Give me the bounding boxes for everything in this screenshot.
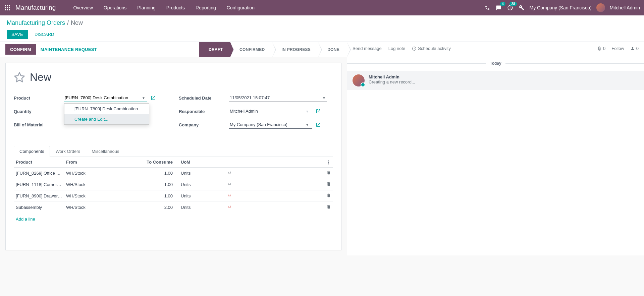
cell-from[interactable]: WH/Stock	[64, 202, 141, 213]
cell-delete[interactable]	[324, 179, 333, 190]
followers-count[interactable]: 0	[630, 46, 639, 51]
cell-to-consume[interactable]: 1.00	[141, 190, 175, 202]
apps-icon[interactable]	[4, 4, 11, 11]
cell-uom[interactable]: Units	[175, 190, 225, 202]
dropdown-option[interactable]: [FURN_7800] Desk Combination	[64, 104, 149, 114]
svg-rect-4	[7, 7, 8, 8]
cell-product[interactable]: Subassembly	[14, 202, 64, 213]
cell-from[interactable]: WH/Stock	[64, 179, 141, 190]
save-button[interactable]: Save	[7, 30, 28, 39]
forecast-icon[interactable]	[227, 171, 232, 175]
responsible-field[interactable]: Mitchell Admin ▼	[229, 107, 333, 115]
cell-delete[interactable]	[324, 190, 333, 202]
menu-overview[interactable]: Overview	[68, 1, 97, 14]
cell-from[interactable]: WH/Stock	[64, 190, 141, 202]
forecast-icon[interactable]	[227, 182, 232, 186]
cell-forecast[interactable]	[225, 168, 324, 179]
cell-forecast[interactable]	[225, 190, 324, 202]
menu-planning[interactable]: Planning	[132, 1, 160, 14]
chatter: Send message Log note Schedule activity …	[347, 42, 644, 255]
company-switcher[interactable]: My Company (San Francisco)	[530, 5, 592, 10]
trash-icon[interactable]	[326, 182, 331, 186]
maintenance-request-button[interactable]: Maintenance Request	[37, 44, 100, 55]
table-row[interactable]: SubassemblyWH/Stock2.00Units	[14, 202, 333, 213]
status-draft[interactable]: Draft	[199, 42, 230, 57]
cell-to-consume[interactable]: 2.00	[141, 202, 175, 213]
trash-icon[interactable]	[326, 204, 331, 209]
cell-forecast[interactable]	[225, 202, 324, 213]
company-field[interactable]: My Company (San Francisco) ▼	[229, 121, 333, 129]
status-confirmed[interactable]: Confirmed	[230, 42, 272, 57]
cell-product[interactable]: [FURN_1118] Corner D...	[14, 179, 64, 190]
app-brand[interactable]: Manufacturing	[15, 4, 56, 11]
cell-product[interactable]: [FURN_0269] Office C...	[14, 168, 64, 179]
cell-from[interactable]: WH/Stock	[64, 168, 141, 179]
phone-icon[interactable]	[484, 4, 491, 11]
main-menu: Overview Operations Planning Products Re…	[68, 1, 259, 14]
table-row[interactable]: [FURN_0269] Office C...WH/Stock1.00Units	[14, 168, 333, 179]
cell-uom[interactable]: Units	[175, 202, 225, 213]
menu-configuration[interactable]: Configuration	[222, 1, 259, 14]
external-link-icon[interactable]	[316, 109, 321, 114]
favorite-star-icon[interactable]	[14, 72, 25, 83]
day-separator: Today	[347, 61, 644, 66]
external-link-icon[interactable]	[316, 122, 321, 127]
menu-reporting[interactable]: Reporting	[191, 1, 221, 14]
svg-rect-2	[9, 5, 10, 6]
dropdown-create-edit[interactable]: Create and Edit...	[64, 114, 149, 124]
systray: 4 28 My Company (San Francisco) Mitchell…	[484, 3, 640, 12]
product-label: Product	[14, 96, 64, 101]
company-label: Company	[179, 122, 229, 127]
activities-icon[interactable]: 28	[507, 4, 514, 11]
svg-rect-7	[7, 9, 8, 10]
status-done[interactable]: Done	[318, 42, 347, 57]
log-note-button[interactable]: Log note	[388, 46, 406, 51]
debug-icon[interactable]	[518, 4, 525, 11]
scheduled-date-field[interactable]: 11/05/2021 15:07:47 ▼	[229, 94, 333, 102]
tab-work-orders[interactable]: Work Orders	[50, 146, 86, 157]
messaging-icon[interactable]: 4	[495, 4, 502, 11]
cell-delete[interactable]	[324, 168, 333, 179]
cell-delete[interactable]	[324, 202, 333, 213]
discard-button[interactable]: Discard	[30, 30, 59, 39]
table-row[interactable]: [FURN_1118] Corner D...WH/Stock1.00Units	[14, 179, 333, 190]
product-field[interactable]: ▼ [FURN_7800] Desk Combination Create an…	[64, 94, 168, 102]
status-in-progress[interactable]: In Progress	[272, 42, 318, 57]
external-link-icon[interactable]	[151, 95, 156, 101]
svg-marker-9	[15, 72, 24, 81]
product-input[interactable]	[64, 94, 147, 102]
send-message-button[interactable]: Send message	[353, 46, 382, 51]
breadcrumb-root[interactable]: Manufacturing Orders	[7, 19, 65, 26]
tab-miscellaneous[interactable]: Miscellaneous	[86, 146, 125, 157]
chevron-down-icon: ▼	[322, 96, 326, 100]
form-sheet: New Product ▼ [FURN_7800] Desk Combinati…	[5, 63, 341, 250]
add-a-line[interactable]: Add a line	[14, 213, 333, 225]
user-icon	[630, 46, 635, 51]
company-value[interactable]: My Company (San Francisco)	[229, 121, 312, 129]
forecast-icon[interactable]	[227, 205, 232, 209]
trash-icon[interactable]	[326, 193, 331, 198]
forecast-icon[interactable]	[227, 193, 232, 197]
menu-operations[interactable]: Operations	[99, 1, 131, 14]
tab-components[interactable]: Components	[14, 146, 50, 157]
scheduled-date-value[interactable]: 11/05/2021 15:07:47	[229, 94, 327, 102]
table-row[interactable]: [FURN_8900] Drawer ...WH/Stock1.00Units	[14, 190, 333, 202]
confirm-button[interactable]: Confirm	[5, 44, 36, 55]
user-menu[interactable]: Mitchell Admin	[610, 5, 640, 10]
responsible-value[interactable]: Mitchell Admin	[229, 107, 312, 115]
cell-to-consume[interactable]: 1.00	[141, 168, 175, 179]
attachment-count[interactable]: 0	[597, 46, 605, 51]
col-options[interactable]: ⋮	[324, 157, 333, 168]
main-navbar: Manufacturing Overview Operations Planni…	[0, 0, 644, 15]
cell-uom[interactable]: Units	[175, 168, 225, 179]
schedule-activity-button[interactable]: Schedule activity	[412, 46, 451, 51]
col-uom: UoM	[175, 157, 225, 168]
cell-to-consume[interactable]: 1.00	[141, 179, 175, 190]
cell-product[interactable]: [FURN_8900] Drawer ...	[14, 190, 64, 202]
cell-forecast[interactable]	[225, 179, 324, 190]
col-to-consume: To Consume	[141, 157, 175, 168]
follow-button[interactable]: Follow	[611, 46, 624, 51]
cell-uom[interactable]: Units	[175, 179, 225, 190]
menu-products[interactable]: Products	[162, 1, 190, 14]
trash-icon[interactable]	[326, 170, 331, 175]
